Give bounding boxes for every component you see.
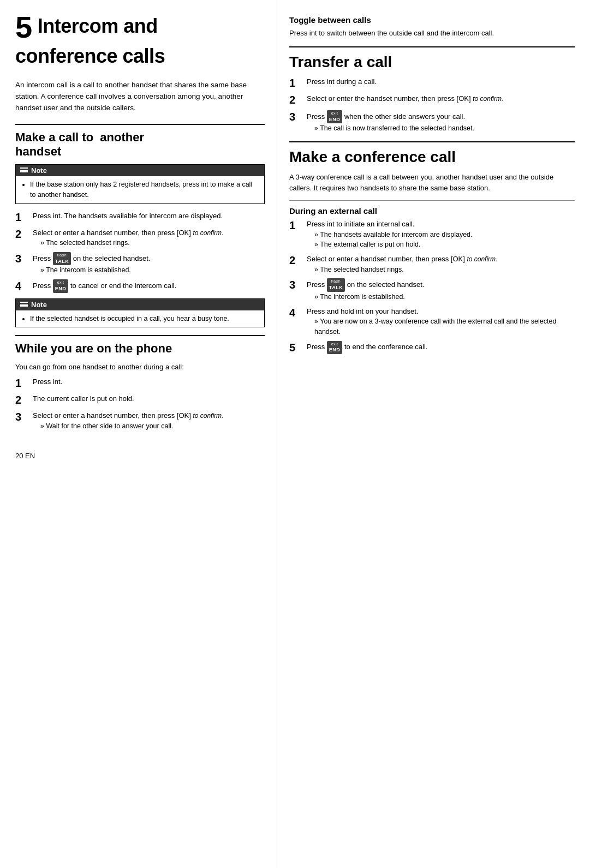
conf-step-content-3: Press flashTALK on the selected handset.…: [307, 278, 575, 302]
transfer-step-content-3: Press exitEND when the other side answer…: [307, 110, 575, 134]
transfer-step-2: 2 Select or enter the handset number, th…: [289, 93, 575, 106]
transfer-step-3: 3 Press exitEND when the other side answ…: [289, 110, 575, 134]
conf-step-text-3: Press flashTALK on the selected handset.: [307, 280, 424, 289]
conf-step-1: 1 Press int to initiate an internal call…: [289, 219, 575, 250]
right-divider-1: [289, 46, 575, 47]
note-header-1: Note: [16, 165, 264, 176]
transfer-title: Transfer a call: [289, 53, 575, 71]
note-icon-2: [20, 302, 28, 308]
page-footer: 20 EN: [15, 435, 265, 460]
section-divider-1: [15, 124, 265, 125]
transfer-step-text-2: Select or enter the handset number, then…: [307, 94, 503, 103]
section2-title: While you are on the phone: [15, 342, 265, 356]
conf-step-3: 3 Press flashTALK on the selected handse…: [289, 278, 575, 302]
transfer-steps: 1 Press int during a call. 2 Select or e…: [289, 76, 575, 134]
step-num-1-1: 1: [15, 211, 31, 224]
step-content-1-1: Press int. The handsets available for in…: [33, 211, 265, 222]
note-icon-1: [20, 167, 28, 173]
step-text-2-3: Select or enter a handset number, then p…: [33, 411, 223, 420]
talk-badge-1: flashTALK: [53, 252, 71, 265]
step-text-1-1: Press int. The handsets available for in…: [33, 212, 223, 220]
page: 5Intercom andconference calls An interco…: [0, 0, 590, 868]
step-text-1-2: Select or enter a handset number, then p…: [33, 229, 223, 237]
right-column: Toggle between calls Press int to switch…: [277, 0, 590, 868]
toggle-section: Toggle between calls Press int to switch…: [289, 15, 575, 39]
step-num-1-2: 2: [15, 228, 31, 241]
conference-section: Make a conference call A 3-way conferenc…: [289, 148, 575, 354]
step-content-2-2: The current caller is put on hold.: [33, 393, 265, 404]
talk-badge-conf: flashTALK: [327, 278, 345, 291]
conf-step-num-3: 3: [289, 278, 305, 291]
toggle-title: Toggle between calls: [289, 15, 575, 25]
conference-divider: [289, 200, 575, 201]
conf-step-content-1: Press int to initiate an internal call. …: [307, 219, 575, 250]
conf-step-5: 5 Press exitEND to end the conference ca…: [289, 341, 575, 354]
step-2-2: 2 The current caller is put on hold.: [15, 393, 265, 406]
step-content-2-1: Press int.: [33, 376, 265, 387]
note-box-1: Note If the base station only has 2 regi…: [15, 164, 265, 204]
right-divider-2: [289, 141, 575, 142]
conf-step-sub-3: The intercom is established.: [314, 292, 575, 302]
conf-step-2: 2 Select or enter a handset number, then…: [289, 254, 575, 274]
step-sub-1-2: The selected handset rings.: [40, 238, 265, 248]
transfer-step-text-3: Press exitEND when the other side answer…: [307, 112, 465, 121]
conference-intro: A 3-way conference call is a call betwee…: [289, 172, 575, 194]
during-external-title: During an external call: [289, 206, 575, 215]
step-2-3: 3 Select or enter a handset number, then…: [15, 410, 265, 431]
step-text-2-2: The current caller is put on hold.: [33, 394, 134, 403]
transfer-section: Transfer a call 1 Press int during a cal…: [289, 53, 575, 134]
step-content-1-2: Select or enter a handset number, then p…: [33, 228, 265, 248]
step-1-3: 3 Press flashTALK on the selected handse…: [15, 252, 265, 276]
note-box-2: Note If the selected handset is occupied…: [15, 298, 265, 328]
transfer-step-num-1: 1: [289, 76, 305, 89]
end-badge-conf: exitEND: [327, 341, 343, 354]
conf-step-sub-1a: The handsets available for intercom are …: [314, 230, 575, 240]
section1-steps: 1 Press int. The handsets available for …: [15, 211, 265, 293]
conf-step-text-2: Select or enter a handset number, then p…: [307, 255, 497, 263]
transfer-step-num-2: 2: [289, 93, 305, 106]
conf-step-num-4: 4: [289, 306, 305, 319]
step-num-2-2: 2: [15, 393, 31, 406]
section2-steps: 1 Press int. 2 The current caller is put…: [15, 376, 265, 431]
conference-title: Make a conference call: [289, 148, 575, 166]
page-number: 20 EN: [15, 452, 35, 460]
end-badge-transfer: exitEND: [327, 110, 343, 123]
step-2-1: 1 Press int.: [15, 376, 265, 390]
left-column: 5Intercom andconference calls An interco…: [0, 0, 277, 868]
step-text-1-3: Press flashTALK on the selected handset.: [33, 254, 150, 262]
note-item-1: If the base station only has 2 registere…: [30, 179, 259, 200]
step-num-1-4: 4: [15, 279, 31, 292]
right-col-inner: Toggle between calls Press int to switch…: [289, 15, 575, 354]
section-divider-2: [15, 335, 265, 336]
step-num-2-1: 1: [15, 376, 31, 390]
conf-step-sub-2: The selected handset rings.: [314, 265, 575, 275]
transfer-step-text-1: Press int during a call.: [307, 77, 377, 86]
step-num-2-3: 3: [15, 410, 31, 423]
transfer-step-content-2: Select or enter the handset number, then…: [307, 93, 575, 104]
conf-step-text-1: Press int to initiate an internal call.: [307, 220, 414, 228]
step-text-2-1: Press int.: [33, 378, 62, 386]
conf-step-content-5: Press exitEND to end the conference call…: [307, 341, 575, 354]
step-sub-1-3: The intercom is established.: [40, 265, 265, 276]
section1-title: Make a call to anotherhandset: [15, 130, 265, 159]
toggle-text: Press int to switch between the outside …: [289, 28, 575, 39]
step-1-4: 4 Press exitEND to cancel or end the int…: [15, 279, 265, 292]
step-content-1-3: Press flashTALK on the selected handset.…: [33, 252, 265, 276]
note-item-2: If the selected handset is occupied in a…: [30, 314, 259, 324]
section2: While you are on the phone You can go fr…: [15, 342, 265, 431]
step-sub-2-3: Wait for the other side to answer your c…: [40, 421, 265, 432]
chapter-number: 5: [15, 10, 32, 44]
transfer-step-content-1: Press int during a call.: [307, 76, 575, 87]
note-label-2: Note: [31, 301, 47, 309]
conf-step-text-5: Press exitEND to end the conference call…: [307, 343, 427, 351]
note-body-1: If the base station only has 2 registere…: [16, 176, 264, 203]
note-body-2: If the selected handset is occupied in a…: [16, 310, 264, 327]
transfer-step-1: 1 Press int during a call.: [289, 76, 575, 89]
conf-step-num-1: 1: [289, 219, 305, 232]
note-label-1: Note: [31, 166, 47, 175]
conf-step-4: 4 Press and hold int on your handset. Yo…: [289, 306, 575, 337]
conf-step-content-4: Press and hold int on your handset. You …: [307, 306, 575, 337]
conf-step-content-2: Select or enter a handset number, then p…: [307, 254, 575, 274]
step-text-1-4: Press exitEND to cancel or end the inter…: [33, 282, 176, 290]
chapter-title: 5Intercom andconference calls: [15, 10, 265, 68]
